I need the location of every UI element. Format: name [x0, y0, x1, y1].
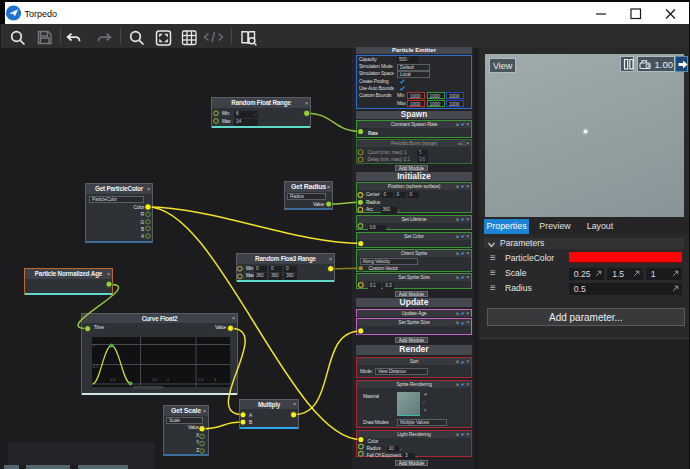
svg-text:2: 2: [167, 377, 170, 382]
svg-text:0.5: 0.5: [93, 364, 99, 369]
svg-text:1: 1: [93, 343, 96, 348]
svg-text:2.5: 2.5: [198, 377, 204, 382]
svg-text:3: 3: [214, 377, 217, 382]
svg-text:1.5: 1.5: [152, 377, 158, 382]
svg-text:0.5: 0.5: [110, 377, 116, 382]
